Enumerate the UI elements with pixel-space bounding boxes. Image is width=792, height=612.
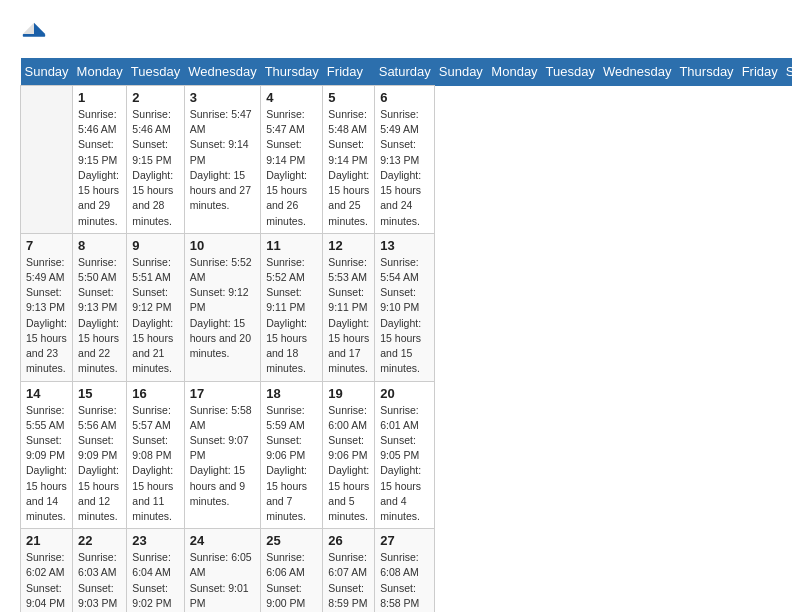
day-number: 9	[132, 238, 178, 253]
day-number: 6	[380, 90, 429, 105]
day-number: 7	[26, 238, 67, 253]
calendar-cell: 20Sunrise: 6:01 AMSunset: 9:05 PMDayligh…	[375, 381, 435, 529]
day-number: 12	[328, 238, 369, 253]
weekday-header-saturday: Saturday	[782, 58, 792, 86]
day-detail: Sunrise: 5:52 AMSunset: 9:11 PMDaylight:…	[266, 255, 317, 377]
day-detail: Sunrise: 5:49 AMSunset: 9:13 PMDaylight:…	[26, 255, 67, 377]
day-detail: Sunrise: 5:53 AMSunset: 9:11 PMDaylight:…	[328, 255, 369, 377]
calendar-cell: 18Sunrise: 5:59 AMSunset: 9:06 PMDayligh…	[261, 381, 323, 529]
day-number: 10	[190, 238, 255, 253]
calendar-cell: 4Sunrise: 5:47 AMSunset: 9:14 PMDaylight…	[261, 86, 323, 234]
calendar-cell: 10Sunrise: 5:52 AMSunset: 9:12 PMDayligh…	[184, 233, 260, 381]
day-number: 20	[380, 386, 429, 401]
day-detail: Sunrise: 5:50 AMSunset: 9:13 PMDaylight:…	[78, 255, 121, 377]
day-detail: Sunrise: 6:07 AMSunset: 8:59 PMDaylight:…	[328, 550, 369, 612]
day-detail: Sunrise: 6:06 AMSunset: 9:00 PMDaylight:…	[266, 550, 317, 612]
calendar-cell: 26Sunrise: 6:07 AMSunset: 8:59 PMDayligh…	[323, 529, 375, 612]
calendar-cell: 16Sunrise: 5:57 AMSunset: 9:08 PMDayligh…	[127, 381, 184, 529]
day-number: 18	[266, 386, 317, 401]
day-number: 22	[78, 533, 121, 548]
day-number: 27	[380, 533, 429, 548]
calendar-cell	[21, 86, 73, 234]
day-detail: Sunrise: 6:08 AMSunset: 8:58 PMDaylight:…	[380, 550, 429, 612]
weekday-header-row: SundayMondayTuesdayWednesdayThursdayFrid…	[21, 58, 793, 86]
day-number: 14	[26, 386, 67, 401]
calendar-cell: 9Sunrise: 5:51 AMSunset: 9:12 PMDaylight…	[127, 233, 184, 381]
day-number: 1	[78, 90, 121, 105]
logo-icon	[20, 20, 48, 48]
calendar-cell: 13Sunrise: 5:54 AMSunset: 9:10 PMDayligh…	[375, 233, 435, 381]
calendar-week-2: 7Sunrise: 5:49 AMSunset: 9:13 PMDaylight…	[21, 233, 793, 381]
weekday-header-saturday: Saturday	[375, 58, 435, 86]
day-number: 8	[78, 238, 121, 253]
day-detail: Sunrise: 6:01 AMSunset: 9:05 PMDaylight:…	[380, 403, 429, 525]
day-detail: Sunrise: 5:58 AMSunset: 9:07 PMDaylight:…	[190, 403, 255, 510]
day-detail: Sunrise: 6:03 AMSunset: 9:03 PMDaylight:…	[78, 550, 121, 612]
day-number: 3	[190, 90, 255, 105]
day-detail: Sunrise: 5:59 AMSunset: 9:06 PMDaylight:…	[266, 403, 317, 525]
day-number: 16	[132, 386, 178, 401]
calendar-cell: 14Sunrise: 5:55 AMSunset: 9:09 PMDayligh…	[21, 381, 73, 529]
calendar-cell: 21Sunrise: 6:02 AMSunset: 9:04 PMDayligh…	[21, 529, 73, 612]
day-detail: Sunrise: 5:55 AMSunset: 9:09 PMDaylight:…	[26, 403, 67, 525]
day-detail: Sunrise: 5:49 AMSunset: 9:13 PMDaylight:…	[380, 107, 429, 229]
calendar-cell: 19Sunrise: 6:00 AMSunset: 9:06 PMDayligh…	[323, 381, 375, 529]
weekday-header-friday: Friday	[323, 58, 375, 86]
day-number: 24	[190, 533, 255, 548]
day-number: 19	[328, 386, 369, 401]
weekday-header-monday: Monday	[487, 58, 541, 86]
calendar-cell: 27Sunrise: 6:08 AMSunset: 8:58 PMDayligh…	[375, 529, 435, 612]
day-number: 2	[132, 90, 178, 105]
day-detail: Sunrise: 6:04 AMSunset: 9:02 PMDaylight:…	[132, 550, 178, 612]
svg-marker-0	[34, 23, 45, 34]
weekday-header-monday: Monday	[73, 58, 127, 86]
weekday-header-friday: Friday	[738, 58, 782, 86]
day-detail: Sunrise: 5:46 AMSunset: 9:15 PMDaylight:…	[78, 107, 121, 229]
calendar-cell: 7Sunrise: 5:49 AMSunset: 9:13 PMDaylight…	[21, 233, 73, 381]
weekday-header-thursday: Thursday	[261, 58, 323, 86]
weekday-header-wednesday: Wednesday	[599, 58, 675, 86]
day-number: 13	[380, 238, 429, 253]
day-detail: Sunrise: 6:02 AMSunset: 9:04 PMDaylight:…	[26, 550, 67, 612]
day-detail: Sunrise: 5:51 AMSunset: 9:12 PMDaylight:…	[132, 255, 178, 377]
page-header	[20, 20, 772, 48]
calendar-cell: 2Sunrise: 5:46 AMSunset: 9:15 PMDaylight…	[127, 86, 184, 234]
day-detail: Sunrise: 5:47 AMSunset: 9:14 PMDaylight:…	[190, 107, 255, 214]
calendar-cell: 17Sunrise: 5:58 AMSunset: 9:07 PMDayligh…	[184, 381, 260, 529]
day-number: 21	[26, 533, 67, 548]
day-number: 5	[328, 90, 369, 105]
weekday-header-wednesday: Wednesday	[184, 58, 260, 86]
day-number: 17	[190, 386, 255, 401]
calendar-table: SundayMondayTuesdayWednesdayThursdayFrid…	[20, 58, 792, 612]
calendar-cell: 11Sunrise: 5:52 AMSunset: 9:11 PMDayligh…	[261, 233, 323, 381]
calendar-cell: 22Sunrise: 6:03 AMSunset: 9:03 PMDayligh…	[73, 529, 127, 612]
day-detail: Sunrise: 5:48 AMSunset: 9:14 PMDaylight:…	[328, 107, 369, 229]
calendar-cell: 5Sunrise: 5:48 AMSunset: 9:14 PMDaylight…	[323, 86, 375, 234]
calendar-cell: 23Sunrise: 6:04 AMSunset: 9:02 PMDayligh…	[127, 529, 184, 612]
day-detail: Sunrise: 5:52 AMSunset: 9:12 PMDaylight:…	[190, 255, 255, 362]
day-detail: Sunrise: 5:54 AMSunset: 9:10 PMDaylight:…	[380, 255, 429, 377]
day-number: 23	[132, 533, 178, 548]
calendar-cell: 6Sunrise: 5:49 AMSunset: 9:13 PMDaylight…	[375, 86, 435, 234]
day-number: 11	[266, 238, 317, 253]
calendar-cell: 15Sunrise: 5:56 AMSunset: 9:09 PMDayligh…	[73, 381, 127, 529]
weekday-header-tuesday: Tuesday	[127, 58, 184, 86]
day-detail: Sunrise: 5:56 AMSunset: 9:09 PMDaylight:…	[78, 403, 121, 525]
svg-marker-1	[23, 23, 34, 34]
calendar-cell: 25Sunrise: 6:06 AMSunset: 9:00 PMDayligh…	[261, 529, 323, 612]
calendar-week-3: 14Sunrise: 5:55 AMSunset: 9:09 PMDayligh…	[21, 381, 793, 529]
calendar-cell: 8Sunrise: 5:50 AMSunset: 9:13 PMDaylight…	[73, 233, 127, 381]
day-detail: Sunrise: 6:00 AMSunset: 9:06 PMDaylight:…	[328, 403, 369, 525]
logo	[20, 20, 52, 48]
weekday-header-tuesday: Tuesday	[542, 58, 599, 86]
calendar-cell: 24Sunrise: 6:05 AMSunset: 9:01 PMDayligh…	[184, 529, 260, 612]
calendar-cell: 3Sunrise: 5:47 AMSunset: 9:14 PMDaylight…	[184, 86, 260, 234]
weekday-header-sunday: Sunday	[21, 58, 73, 86]
day-number: 15	[78, 386, 121, 401]
svg-rect-2	[23, 34, 45, 37]
day-number: 26	[328, 533, 369, 548]
calendar-cell: 1Sunrise: 5:46 AMSunset: 9:15 PMDaylight…	[73, 86, 127, 234]
day-detail: Sunrise: 5:46 AMSunset: 9:15 PMDaylight:…	[132, 107, 178, 229]
day-detail: Sunrise: 6:05 AMSunset: 9:01 PMDaylight:…	[190, 550, 255, 612]
calendar-week-4: 21Sunrise: 6:02 AMSunset: 9:04 PMDayligh…	[21, 529, 793, 612]
